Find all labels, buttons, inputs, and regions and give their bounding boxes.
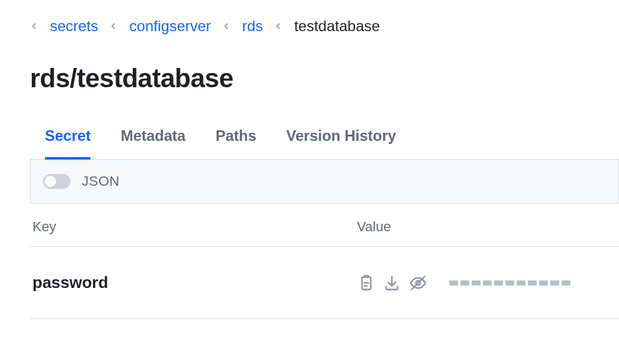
download-icon[interactable] [383,274,401,292]
toggle-knob [45,176,56,187]
kv-header-row: Key Value [30,204,619,247]
breadcrumb-rds[interactable]: rds [242,17,263,35]
json-toggle-bar: JSON [30,160,619,204]
chevron-left-icon [30,20,39,32]
tab-version-history[interactable]: Version History [286,127,396,160]
eye-off-icon[interactable] [409,274,427,292]
json-toggle[interactable] [43,174,71,189]
breadcrumb: secrets configserver rds testdatabase [30,17,619,35]
chevron-left-icon [109,20,118,32]
kv-value-cell [357,274,570,292]
breadcrumb-current: testdatabase [294,17,379,35]
kv-header-key: Key [32,219,357,235]
kv-header-value: Value [357,219,391,235]
tab-secret[interactable]: Secret [45,127,90,160]
chevron-left-icon [274,20,283,32]
clipboard-icon[interactable] [357,274,374,292]
kv-row: password [30,247,619,319]
json-toggle-label: JSON [82,173,120,189]
page-title: rds/testdatabase [30,64,619,93]
tabs: Secret Metadata Paths Version History [30,127,619,160]
breadcrumb-secrets[interactable]: secrets [50,17,98,35]
kv-key: password [32,273,357,292]
chevron-left-icon [222,20,231,32]
tab-metadata[interactable]: Metadata [120,127,185,160]
tab-paths[interactable]: Paths [215,127,256,160]
masked-value [449,280,570,285]
breadcrumb-configserver[interactable]: configserver [129,17,211,35]
